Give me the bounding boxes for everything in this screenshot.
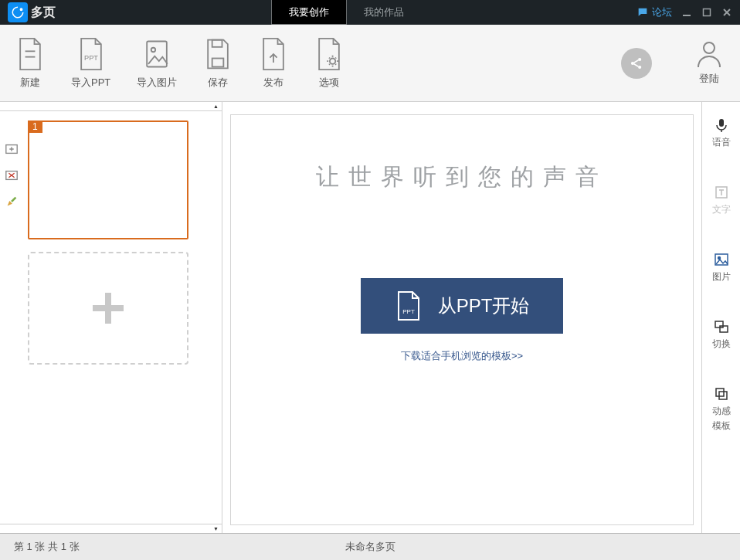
- canvas-area: 让世界听到您的声音 PPT 从PPT开始 下载适合手机浏览的模板>>: [222, 102, 701, 533]
- window-maximize-button[interactable]: [701, 7, 712, 18]
- brush-icon[interactable]: [5, 195, 19, 209]
- import-image-label: 导入图片: [137, 76, 177, 90]
- text-tool[interactable]: 文字: [712, 185, 731, 216]
- new-label: 新建: [20, 76, 40, 90]
- start-from-ppt-label: 从PPT开始: [438, 294, 530, 318]
- microphone-icon: [714, 117, 729, 133]
- voice-label: 语音: [712, 136, 731, 149]
- window-minimize-button[interactable]: [681, 7, 692, 18]
- image-tool-label: 图片: [712, 270, 731, 283]
- switch-icon: [714, 319, 729, 334]
- main-area: ▲ 1 ▼ 让世界听到您的声音 PPT 从PPT开始: [0, 102, 740, 533]
- panel-scroll-down[interactable]: ▼: [0, 524, 222, 533]
- svg-rect-10: [212, 58, 224, 66]
- document-name: 未命名多页: [345, 540, 395, 554]
- svg-line-16: [634, 59, 639, 62]
- import-image-button[interactable]: 导入图片: [137, 37, 177, 90]
- canvas-headline: 让世界听到您的声音: [316, 161, 608, 193]
- svg-rect-11: [212, 39, 222, 46]
- slide-mini-toolbar: [0, 111, 23, 524]
- svg-point-18: [704, 42, 715, 53]
- window-close-button[interactable]: [721, 7, 732, 18]
- svg-rect-34: [720, 326, 728, 332]
- app-name: 多页: [31, 5, 56, 21]
- share-button[interactable]: [621, 48, 652, 79]
- delete-slide-icon[interactable]: [5, 168, 19, 182]
- chevron-up-icon: ▲: [213, 104, 219, 109]
- svg-text:PPT: PPT: [84, 54, 98, 62]
- user-icon: [694, 41, 725, 67]
- svg-rect-26: [719, 119, 724, 127]
- import-ppt-icon: PPT: [76, 37, 106, 71]
- slide-thumbnails: 1: [23, 111, 222, 524]
- svg-rect-36: [719, 392, 727, 399]
- page-counter: 第 1 张 共 1 张: [14, 540, 80, 554]
- motion-icon: [714, 386, 729, 402]
- svg-point-9: [151, 47, 156, 52]
- options-button[interactable]: 选项: [314, 37, 344, 90]
- add-slide-button[interactable]: [28, 252, 188, 365]
- app-logo-icon: [8, 2, 28, 22]
- svg-point-12: [330, 58, 335, 63]
- editor-canvas[interactable]: 让世界听到您的声音 PPT 从PPT开始 下载适合手机浏览的模板>>: [230, 114, 694, 525]
- motion-label-1: 动感: [712, 405, 731, 418]
- svg-rect-33: [715, 321, 723, 328]
- options-label: 选项: [319, 76, 339, 90]
- text-label: 文字: [712, 203, 731, 216]
- titlebar-tabs: 我要创作 我的作品: [63, 0, 629, 25]
- add-text-slide-icon[interactable]: [5, 142, 19, 156]
- share-icon: [629, 56, 644, 71]
- new-file-icon: [15, 37, 45, 71]
- ppt-file-icon: PPT: [395, 290, 423, 321]
- import-image-icon: [142, 37, 171, 71]
- save-button[interactable]: 保存: [203, 37, 233, 90]
- main-toolbar: 新建 PPT 导入PPT 导入图片 保存 发布 选项 登陆: [0, 25, 740, 102]
- image-tool[interactable]: 图片: [712, 252, 731, 283]
- switch-tool[interactable]: 切换: [712, 319, 731, 351]
- save-label: 保存: [208, 76, 228, 90]
- motion-template-tool[interactable]: 动感 模板: [712, 386, 731, 433]
- publish-button[interactable]: 发布: [259, 37, 288, 90]
- download-template-link[interactable]: 下载适合手机浏览的模板>>: [401, 349, 523, 363]
- login-label: 登陆: [699, 72, 719, 86]
- svg-text:PPT: PPT: [402, 308, 415, 315]
- publish-icon: [259, 37, 288, 71]
- panel-scroll-up[interactable]: ▲: [0, 102, 222, 111]
- switch-label: 切换: [712, 338, 731, 351]
- title-bar: 多页 我要创作 我的作品 论坛: [0, 0, 740, 25]
- chevron-down-icon: ▼: [213, 526, 219, 531]
- import-ppt-label: 导入PPT: [71, 76, 110, 90]
- new-button[interactable]: 新建: [15, 37, 45, 90]
- save-icon: [203, 37, 233, 71]
- voice-tool[interactable]: 语音: [712, 117, 731, 149]
- right-tool-strip: 语音 文字 图片 切换 动感 模板: [701, 102, 740, 533]
- slide-number-badge: 1: [28, 120, 42, 133]
- svg-line-17: [634, 63, 639, 66]
- start-from-ppt-button[interactable]: PPT 从PPT开始: [361, 278, 564, 334]
- slide-thumbnail-1[interactable]: 1: [28, 120, 188, 239]
- text-icon: [714, 185, 729, 200]
- publish-label: 发布: [263, 76, 283, 90]
- svg-rect-2: [704, 9, 711, 16]
- svg-point-0: [20, 8, 22, 10]
- motion-label-2: 模板: [712, 419, 731, 433]
- titlebar-right: 论坛: [629, 0, 740, 25]
- forum-label: 论坛: [652, 5, 672, 19]
- slide-panel: ▲ 1 ▼: [0, 102, 222, 533]
- options-icon: [314, 37, 344, 71]
- tab-create[interactable]: 我要创作: [271, 0, 347, 25]
- chat-icon: [636, 6, 649, 19]
- status-bar: 第 1 张 共 1 张 未命名多页: [0, 533, 740, 560]
- plus-icon: [85, 285, 131, 331]
- login-button[interactable]: 登陆: [694, 41, 725, 86]
- import-ppt-button[interactable]: PPT 导入PPT: [71, 37, 110, 90]
- forum-link[interactable]: 论坛: [636, 5, 672, 19]
- tab-my-works[interactable]: 我的作品: [347, 0, 421, 25]
- image-icon: [714, 252, 729, 267]
- svg-rect-35: [716, 389, 724, 396]
- app-logo-area: 多页: [0, 0, 63, 25]
